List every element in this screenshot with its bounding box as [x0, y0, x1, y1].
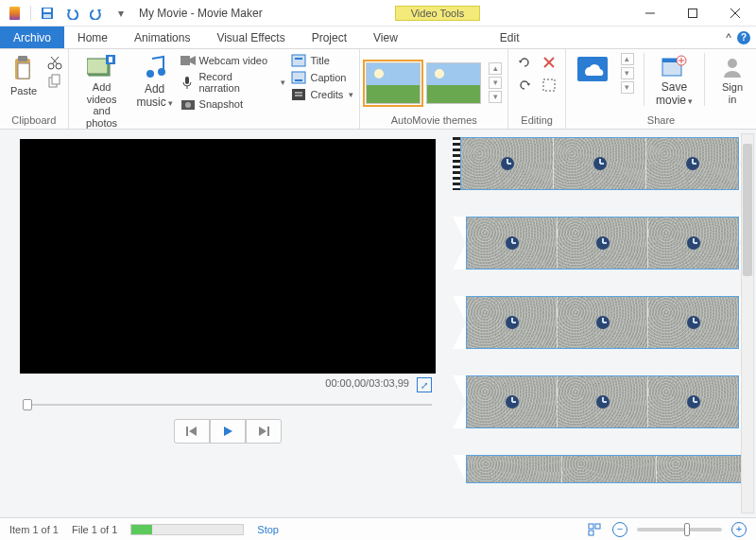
clip-continue-icon [453, 217, 466, 270]
zoom-out-button[interactable]: − [612, 522, 627, 537]
svg-rect-1 [43, 9, 51, 12]
svg-rect-17 [87, 59, 108, 74]
select-all-icon[interactable] [539, 76, 559, 95]
tab-archivo[interactable]: Archivo [0, 26, 64, 48]
group-label-editing: Editing [514, 113, 559, 129]
preview-pane: 00:00,00/03:03,99 ⤢ [0, 130, 449, 517]
tab-visual-effects[interactable]: Visual Effects [203, 26, 298, 48]
status-file: File 1 of 1 [72, 524, 117, 535]
theme-thumb-1[interactable] [366, 62, 421, 104]
tab-project[interactable]: Project [299, 26, 360, 48]
snapshot-button[interactable]: Snapshot [180, 96, 286, 112]
rotate-right-icon[interactable] [514, 76, 535, 95]
video-tools-label: Video Tools [395, 6, 480, 21]
window-title: My Movie - Movie Maker [139, 7, 263, 20]
svg-rect-31 [292, 89, 305, 100]
timeline-pane [449, 130, 756, 517]
tab-animations[interactable]: Animations [121, 26, 203, 48]
zoom-in-button[interactable]: + [731, 522, 747, 537]
group-automovie-themes: ▴ ▾ ▾ AutoMovie themes [360, 49, 508, 129]
stop-button[interactable]: Stop [257, 524, 279, 535]
svg-rect-44 [186, 427, 188, 436]
title-label: Title [310, 55, 329, 66]
svg-rect-22 [180, 56, 190, 65]
clip-row[interactable] [453, 217, 752, 270]
tab-view[interactable]: View [360, 26, 411, 48]
qat-customize-icon[interactable]: ▾ [111, 3, 131, 24]
timeline-scrollbar[interactable] [741, 133, 754, 514]
tab-home[interactable]: Home [64, 26, 121, 48]
svg-rect-19 [109, 57, 112, 62]
title-button[interactable]: Title [291, 53, 353, 68]
themes-more-icon[interactable]: ▾ [489, 91, 502, 103]
add-videos-button[interactable]: Add videos and photos [75, 53, 129, 131]
maximize-button[interactable] [671, 0, 713, 26]
svg-rect-36 [543, 79, 555, 91]
prev-frame-button[interactable] [174, 419, 210, 444]
group-label-share: Share [572, 113, 750, 129]
sign-in-button[interactable]: Sign in [714, 53, 750, 107]
preview-video[interactable] [20, 139, 436, 374]
clip-row[interactable] [453, 375, 752, 428]
svg-rect-48 [589, 531, 593, 535]
svg-rect-2 [43, 14, 51, 18]
ribbon: Paste Clipboard Add videos and photos Ad… [0, 49, 756, 130]
svg-point-21 [158, 68, 165, 76]
save-movie-button[interactable]: Save movie▾ [654, 53, 695, 110]
clip-row[interactable] [453, 455, 752, 483]
play-button[interactable] [210, 419, 246, 444]
titlebar: ▾ My Movie - Movie Maker Video Tools [0, 0, 756, 26]
clip-row[interactable] [453, 296, 752, 349]
ribbon-tabs: Archivo Home Animations Visual Effects P… [0, 26, 756, 49]
svg-point-10 [48, 63, 54, 69]
cut-icon[interactable] [47, 55, 62, 70]
minimize-button[interactable] [628, 0, 671, 26]
undo-icon[interactable] [61, 3, 82, 24]
contextual-tab-header: Video Tools [395, 6, 480, 21]
credits-button[interactable]: Credits▾ [291, 87, 353, 102]
paste-button[interactable]: Paste [6, 53, 42, 99]
group-label-themes: AutoMovie themes [366, 113, 502, 129]
playback-time: 00:00,00/03:03,99 [325, 377, 409, 392]
onedrive-button[interactable] [572, 53, 613, 85]
seek-slider[interactable] [23, 402, 432, 408]
svg-rect-47 [595, 524, 600, 529]
fullscreen-icon[interactable]: ⤢ [417, 377, 432, 392]
theme-thumb-2[interactable] [426, 62, 481, 104]
credits-label: Credits [310, 89, 343, 100]
zoom-slider[interactable] [637, 528, 722, 531]
save-icon[interactable] [37, 3, 58, 24]
close-button[interactable] [713, 0, 756, 26]
help-icon[interactable]: ? [737, 31, 750, 44]
group-label-clipboard: Clipboard [6, 113, 62, 129]
clip-continue-icon [453, 296, 466, 349]
redo-icon[interactable] [86, 3, 107, 24]
share-more-icon[interactable]: ▾ [621, 81, 634, 94]
next-frame-button[interactable] [246, 419, 282, 444]
copy-icon[interactable] [47, 74, 62, 89]
svg-point-43 [728, 59, 737, 68]
add-music-button[interactable]: Add music▾ [135, 53, 175, 112]
svg-rect-46 [589, 524, 593, 529]
delete-icon[interactable] [539, 53, 559, 72]
caption-button[interactable]: Caption [291, 70, 353, 85]
collapse-ribbon-icon[interactable]: ^ [726, 31, 731, 44]
svg-rect-29 [292, 72, 305, 83]
svg-rect-4 [688, 9, 696, 17]
themes-scroll-up-icon[interactable]: ▴ [489, 62, 502, 75]
record-narration-button[interactable]: Record narration▾ [180, 70, 286, 95]
save-movie-label: Save movie▾ [656, 81, 693, 108]
share-scroll-down-icon[interactable]: ▾ [621, 67, 634, 79]
rotate-left-icon[interactable] [514, 53, 535, 72]
statusbar: Item 1 of 1 File 1 of 1 Stop − + [0, 517, 756, 540]
svg-point-26 [185, 102, 191, 108]
group-share: ▴ ▾ ▾ Save movie▾ Sign in Share [566, 49, 756, 129]
thumbnails-view-icon[interactable] [588, 523, 603, 536]
themes-scroll-down-icon[interactable]: ▾ [489, 77, 502, 89]
clip-continue-icon [453, 455, 466, 483]
webcam-video-button[interactable]: Webcam video [180, 53, 286, 68]
share-scroll-up-icon[interactable]: ▴ [621, 53, 634, 65]
tab-edit[interactable]: Edit [487, 26, 533, 48]
app-icon[interactable] [4, 3, 25, 24]
clip-row[interactable] [453, 137, 752, 190]
